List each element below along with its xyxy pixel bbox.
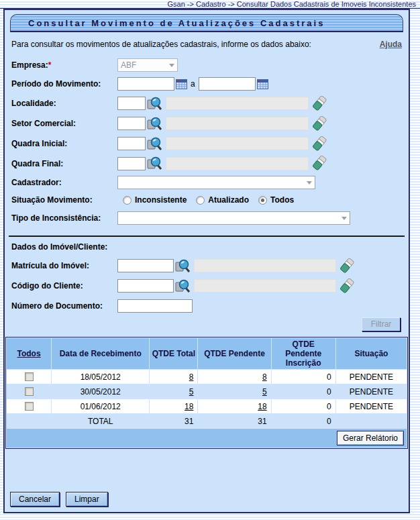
search-icon[interactable] bbox=[175, 279, 191, 293]
tipo-inconsistencia-select[interactable] bbox=[117, 211, 350, 225]
cell-situacao: PENDENTE bbox=[336, 384, 407, 399]
situacao-movimento-label: Situação Movimento: bbox=[11, 195, 117, 205]
radio-todos-label: Todos bbox=[270, 195, 294, 205]
matricula-imovel-label: Matrícula do Imóvel: bbox=[11, 261, 117, 270]
eraser-icon[interactable] bbox=[313, 96, 327, 111]
header-qtde-total: QTDE Total bbox=[150, 338, 197, 369]
gerar-relatorio-button[interactable]: Gerar Relátorio bbox=[337, 431, 404, 446]
setor-comercial-row: Setor Comercial: bbox=[5, 113, 409, 134]
qtde-total-link[interactable]: 18 bbox=[185, 402, 193, 411]
table-row: 01/06/2012 18 18 0 PENDENTE bbox=[7, 399, 407, 413]
cancelar-button[interactable]: Cancelar bbox=[10, 492, 60, 507]
search-icon[interactable] bbox=[147, 97, 163, 111]
empresa-row: Empresa:* ABF bbox=[5, 56, 409, 74]
periodo-inicio-input[interactable] bbox=[117, 77, 174, 91]
row-checkbox[interactable] bbox=[25, 387, 34, 396]
cell-qtde-pendente-inscricao: 0 bbox=[272, 399, 335, 413]
setor-comercial-label: Setor Comercial: bbox=[11, 119, 117, 128]
header-situacao: Situação bbox=[336, 338, 407, 369]
radio-inconsistente-label: Inconsistente bbox=[135, 195, 187, 205]
eraser-icon[interactable] bbox=[313, 116, 327, 132]
search-icon[interactable] bbox=[147, 137, 163, 151]
table-row: 18/05/2012 8 8 0 PENDENTE bbox=[7, 370, 407, 384]
page-frame: Consultar Movimento de Atualizações Cada… bbox=[3, 9, 410, 513]
quadra-final-row: Quadra Final: bbox=[5, 154, 409, 173]
total-qtde-pendente: 31 bbox=[198, 414, 270, 428]
codigo-cliente-code-input[interactable] bbox=[117, 279, 174, 293]
limpar-button[interactable]: Limpar bbox=[66, 492, 108, 507]
qtde-pendente-link[interactable]: 5 bbox=[262, 387, 267, 397]
breadcrumb[interactable]: Gsan -> Cadastro -> Consultar Dados Cada… bbox=[0, 0, 420, 9]
cadastrador-label: Cadastrador: bbox=[11, 178, 117, 187]
cell-situacao: PENDENTE bbox=[336, 370, 407, 384]
search-icon[interactable] bbox=[147, 156, 163, 170]
todos-link[interactable]: Todos bbox=[17, 349, 41, 358]
localidade-row: Localidade: bbox=[5, 93, 409, 113]
periodo-fim-input[interactable] bbox=[199, 77, 256, 91]
help-link[interactable]: Ajuda bbox=[380, 40, 402, 49]
results-table: Todos Data de Recebimento QTDE Total QTD… bbox=[5, 337, 408, 449]
empresa-label-text: Empresa: bbox=[11, 60, 48, 70]
quadra-inicial-code-input[interactable] bbox=[117, 137, 146, 150]
eraser-icon[interactable] bbox=[313, 136, 327, 152]
chevron-down-icon bbox=[169, 64, 174, 70]
localidade-label: Localidade: bbox=[11, 99, 117, 108]
search-icon[interactable] bbox=[147, 117, 163, 131]
setor-comercial-code-input[interactable] bbox=[117, 117, 146, 130]
cell-qtde-pendente-inscricao: 0 bbox=[272, 370, 335, 384]
eraser-icon[interactable] bbox=[340, 278, 354, 294]
quadra-final-code-input[interactable] bbox=[117, 157, 146, 170]
codigo-cliente-description-field bbox=[194, 279, 336, 293]
setor-comercial-description-field bbox=[166, 117, 309, 130]
matricula-imovel-code-input[interactable] bbox=[117, 259, 174, 272]
radio-atualizado-label: Atualizado bbox=[208, 195, 249, 205]
periodo-separator: a bbox=[191, 79, 195, 89]
section-imovel-cliente-label: Dados do Imóvel/Cliente: bbox=[5, 242, 409, 256]
qtde-pendente-link[interactable]: 8 bbox=[262, 372, 267, 382]
radio-atualizado[interactable] bbox=[196, 196, 205, 205]
cell-data: 01/06/2012 bbox=[52, 399, 149, 413]
cell-situacao: PENDENTE bbox=[336, 399, 407, 413]
search-icon[interactable] bbox=[175, 259, 191, 273]
total-qtde-pendente-inscricao: 0 bbox=[272, 414, 335, 428]
required-marker: * bbox=[48, 60, 52, 70]
quadra-final-description-field bbox=[166, 157, 309, 170]
calendar-icon[interactable] bbox=[257, 79, 268, 89]
qtde-total-link[interactable]: 5 bbox=[189, 387, 194, 397]
calendar-icon[interactable] bbox=[176, 79, 187, 89]
row-checkbox[interactable] bbox=[25, 402, 34, 411]
section-divider bbox=[9, 236, 405, 237]
total-label: TOTAL bbox=[52, 414, 149, 428]
quadra-inicial-description-field bbox=[166, 137, 309, 150]
radio-inconsistente[interactable] bbox=[123, 196, 132, 205]
filtrar-button[interactable]: Filtrar bbox=[362, 317, 401, 331]
empresa-label: Empresa:* bbox=[11, 60, 117, 70]
footer-buttons: Cancelar Limpar bbox=[10, 492, 108, 507]
table-row: 30/05/2012 5 5 0 PENDENTE bbox=[7, 384, 407, 399]
qtde-total-link[interactable]: 8 bbox=[189, 372, 194, 382]
codigo-cliente-label: Código do Cliente: bbox=[11, 281, 117, 291]
cell-qtde-pendente-inscricao: 0 bbox=[272, 384, 335, 399]
eraser-icon[interactable] bbox=[340, 258, 354, 274]
matricula-imovel-row: Matrícula do Imóvel: bbox=[5, 256, 409, 276]
quadra-inicial-label: Quadra Inicial: bbox=[11, 139, 117, 148]
periodo-label: Período do Movimento: bbox=[11, 79, 117, 89]
situacao-radio-group: Inconsistente Atualizado Todos bbox=[113, 195, 294, 205]
tipo-inconsistencia-row: Tipo de Inconsistência: bbox=[5, 209, 409, 227]
intro-text: Para consultar os movimentos de atualiza… bbox=[11, 40, 311, 49]
row-checkbox[interactable] bbox=[25, 372, 34, 381]
chevron-down-icon bbox=[342, 217, 347, 223]
header-qtde-pendente-inscricao: QTDE Pendente Inscrição bbox=[272, 338, 335, 369]
total-qtde-total: 31 bbox=[150, 414, 197, 428]
eraser-icon[interactable] bbox=[313, 156, 327, 171]
filtrar-row: Filtrar bbox=[5, 315, 409, 333]
header-todos[interactable]: Todos bbox=[7, 338, 51, 369]
empresa-select[interactable]: ABF bbox=[117, 58, 178, 72]
tipo-inconsistencia-label: Tipo de Inconsistência: bbox=[11, 213, 117, 223]
cadastrador-select[interactable] bbox=[117, 176, 315, 189]
header-data-recebimento: Data de Recebimento bbox=[52, 338, 149, 369]
qtde-pendente-link[interactable]: 18 bbox=[258, 402, 266, 411]
numero-documento-input[interactable] bbox=[117, 299, 193, 313]
localidade-code-input[interactable] bbox=[117, 97, 146, 110]
radio-todos[interactable] bbox=[258, 196, 267, 205]
